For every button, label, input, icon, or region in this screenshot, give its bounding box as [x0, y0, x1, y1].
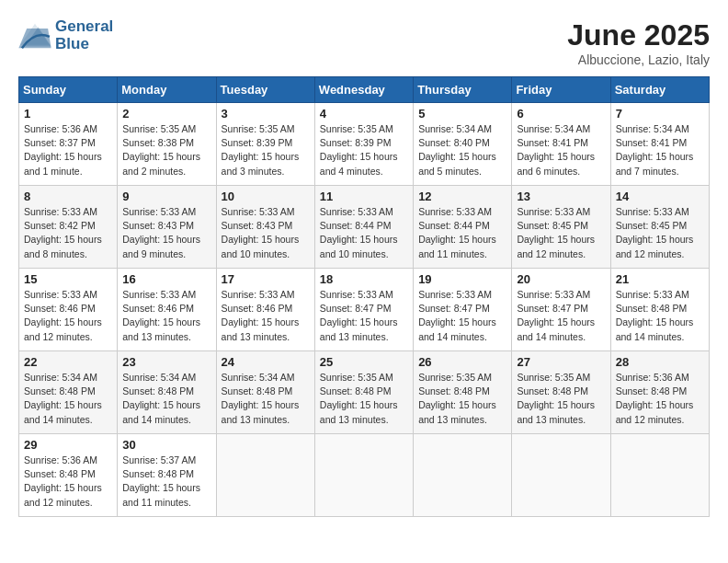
month-title: June 2025: [567, 18, 710, 52]
day-number: 1: [24, 107, 112, 121]
day-info: Sunrise: 5:33 AMSunset: 8:42 PMDaylight:…: [24, 205, 112, 261]
logo-text: General: [55, 18, 113, 36]
day-info: Sunrise: 5:34 AMSunset: 8:40 PMDaylight:…: [418, 122, 506, 178]
calendar-day-cell: 18 Sunrise: 5:33 AMSunset: 8:47 PMDaylig…: [314, 269, 413, 351]
day-number: 14: [616, 190, 704, 203]
day-number: 17: [222, 272, 310, 286]
day-info: Sunrise: 5:34 AMSunset: 8:48 PMDaylight:…: [222, 371, 310, 427]
day-info: Sunrise: 5:34 AMSunset: 8:41 PMDaylight:…: [616, 122, 704, 178]
calendar-week-row: 8 Sunrise: 5:33 AMSunset: 8:42 PMDayligh…: [19, 186, 710, 269]
day-info: Sunrise: 5:33 AMSunset: 8:47 PMDaylight:…: [320, 288, 408, 344]
day-number: 26: [418, 355, 506, 369]
calendar-day-cell: [610, 434, 709, 517]
day-number: 8: [24, 190, 112, 203]
day-info: Sunrise: 5:33 AMSunset: 8:44 PMDaylight:…: [320, 205, 408, 261]
calendar-day-cell: 6 Sunrise: 5:34 AMSunset: 8:41 PMDayligh…: [512, 103, 610, 186]
day-info: Sunrise: 5:33 AMSunset: 8:46 PMDaylight:…: [24, 288, 112, 344]
calendar-header-row: SundayMondayTuesdayWednesdayThursdayFrid…: [19, 77, 710, 103]
day-info: Sunrise: 5:33 AMSunset: 8:45 PMDaylight:…: [517, 205, 605, 261]
calendar-week-row: 29 Sunrise: 5:36 AMSunset: 8:48 PMDaylig…: [19, 434, 710, 517]
day-number: 20: [517, 272, 605, 286]
calendar-day-cell: 9 Sunrise: 5:33 AMSunset: 8:43 PMDayligh…: [118, 186, 216, 269]
day-info: Sunrise: 5:33 AMSunset: 8:47 PMDaylight:…: [517, 288, 605, 344]
calendar-day-cell: 12 Sunrise: 5:33 AMSunset: 8:44 PMDaylig…: [414, 186, 512, 269]
calendar-week-row: 22 Sunrise: 5:34 AMSunset: 8:48 PMDaylig…: [19, 351, 710, 434]
day-info: Sunrise: 5:33 AMSunset: 8:45 PMDaylight:…: [616, 205, 704, 261]
day-number: 9: [122, 190, 210, 203]
calendar-day-cell: 20 Sunrise: 5:33 AMSunset: 8:47 PMDaylig…: [512, 269, 610, 351]
calendar-day-cell: [216, 434, 314, 517]
logo: General Blue: [18, 18, 113, 52]
calendar-day-cell: 11 Sunrise: 5:33 AMSunset: 8:44 PMDaylig…: [314, 186, 413, 269]
calendar-day-cell: 13 Sunrise: 5:33 AMSunset: 8:45 PMDaylig…: [512, 186, 610, 269]
calendar-day-cell: [512, 434, 610, 517]
day-info: Sunrise: 5:35 AMSunset: 8:48 PMDaylight:…: [320, 371, 408, 427]
calendar-day-cell: 2 Sunrise: 5:35 AMSunset: 8:38 PMDayligh…: [118, 103, 216, 186]
calendar-day-cell: 15 Sunrise: 5:33 AMSunset: 8:46 PMDaylig…: [19, 269, 118, 351]
calendar-day-cell: 24 Sunrise: 5:34 AMSunset: 8:48 PMDaylig…: [216, 351, 314, 434]
day-info: Sunrise: 5:34 AMSunset: 8:48 PMDaylight:…: [122, 371, 210, 427]
day-info: Sunrise: 5:33 AMSunset: 8:43 PMDaylight:…: [222, 205, 310, 261]
day-number: 24: [222, 355, 310, 369]
day-number: 19: [418, 272, 506, 286]
calendar-day-cell: 10 Sunrise: 5:33 AMSunset: 8:43 PMDaylig…: [216, 186, 314, 269]
calendar-day-cell: 21 Sunrise: 5:33 AMSunset: 8:48 PMDaylig…: [610, 269, 709, 351]
day-number: 10: [222, 190, 310, 203]
day-info: Sunrise: 5:36 AMSunset: 8:48 PMDaylight:…: [24, 454, 112, 510]
day-number: 3: [222, 107, 310, 121]
location-label: Albuccione, Lazio, Italy: [567, 52, 710, 67]
day-number: 25: [320, 355, 408, 369]
day-number: 22: [24, 355, 112, 369]
day-info: Sunrise: 5:35 AMSunset: 8:38 PMDaylight:…: [122, 122, 210, 178]
day-number: 11: [320, 190, 408, 203]
day-number: 5: [418, 107, 506, 121]
title-block: June 2025 Albuccione, Lazio, Italy: [567, 18, 710, 67]
day-info: Sunrise: 5:34 AMSunset: 8:41 PMDaylight:…: [517, 122, 605, 178]
calendar-day-cell: [414, 434, 512, 517]
calendar-day-cell: 1 Sunrise: 5:36 AMSunset: 8:37 PMDayligh…: [19, 103, 118, 186]
calendar-day-cell: 30 Sunrise: 5:37 AMSunset: 8:48 PMDaylig…: [118, 434, 216, 517]
day-info: Sunrise: 5:33 AMSunset: 8:46 PMDaylight:…: [122, 288, 210, 344]
calendar-day-cell: 29 Sunrise: 5:36 AMSunset: 8:48 PMDaylig…: [19, 434, 118, 517]
calendar-day-cell: 14 Sunrise: 5:33 AMSunset: 8:45 PMDaylig…: [610, 186, 709, 269]
weekday-header: Tuesday: [216, 77, 314, 103]
day-number: 23: [122, 355, 210, 369]
calendar-day-cell: 17 Sunrise: 5:33 AMSunset: 8:46 PMDaylig…: [216, 269, 314, 351]
day-number: 13: [517, 190, 605, 203]
logo-subtext: Blue: [55, 36, 113, 53]
calendar-day-cell: 23 Sunrise: 5:34 AMSunset: 8:48 PMDaylig…: [118, 351, 216, 434]
day-info: Sunrise: 5:35 AMSunset: 8:48 PMDaylight:…: [517, 371, 605, 427]
weekday-header: Wednesday: [314, 77, 413, 103]
calendar-day-cell: 8 Sunrise: 5:33 AMSunset: 8:42 PMDayligh…: [19, 186, 118, 269]
day-info: Sunrise: 5:37 AMSunset: 8:48 PMDaylight:…: [122, 454, 210, 510]
day-info: Sunrise: 5:33 AMSunset: 8:43 PMDaylight:…: [122, 205, 210, 261]
weekday-header: Saturday: [610, 77, 709, 103]
calendar-day-cell: 28 Sunrise: 5:36 AMSunset: 8:48 PMDaylig…: [610, 351, 709, 434]
day-number: 6: [517, 107, 605, 121]
day-info: Sunrise: 5:35 AMSunset: 8:48 PMDaylight:…: [418, 371, 506, 427]
calendar-day-cell: 16 Sunrise: 5:33 AMSunset: 8:46 PMDaylig…: [118, 269, 216, 351]
day-number: 16: [122, 272, 210, 286]
logo-icon: [18, 22, 51, 50]
page-header: General Blue June 2025 Albuccione, Lazio…: [18, 18, 710, 67]
weekday-header: Friday: [512, 77, 610, 103]
day-info: Sunrise: 5:35 AMSunset: 8:39 PMDaylight:…: [222, 122, 310, 178]
calendar-day-cell: [314, 434, 413, 517]
calendar-day-cell: 19 Sunrise: 5:33 AMSunset: 8:47 PMDaylig…: [414, 269, 512, 351]
day-info: Sunrise: 5:35 AMSunset: 8:39 PMDaylight:…: [320, 122, 408, 178]
day-number: 12: [418, 190, 506, 203]
day-number: 4: [320, 107, 408, 121]
calendar-day-cell: 25 Sunrise: 5:35 AMSunset: 8:48 PMDaylig…: [314, 351, 413, 434]
day-number: 7: [616, 107, 704, 121]
day-number: 21: [616, 272, 704, 286]
weekday-header: Thursday: [414, 77, 512, 103]
weekday-header: Sunday: [19, 77, 118, 103]
calendar-table: SundayMondayTuesdayWednesdayThursdayFrid…: [18, 76, 710, 517]
day-info: Sunrise: 5:33 AMSunset: 8:48 PMDaylight:…: [616, 288, 704, 344]
calendar-body: 1 Sunrise: 5:36 AMSunset: 8:37 PMDayligh…: [19, 103, 710, 517]
day-info: Sunrise: 5:33 AMSunset: 8:47 PMDaylight:…: [418, 288, 506, 344]
calendar-day-cell: 22 Sunrise: 5:34 AMSunset: 8:48 PMDaylig…: [19, 351, 118, 434]
day-number: 2: [122, 107, 210, 121]
calendar-day-cell: 26 Sunrise: 5:35 AMSunset: 8:48 PMDaylig…: [414, 351, 512, 434]
calendar-day-cell: 7 Sunrise: 5:34 AMSunset: 8:41 PMDayligh…: [610, 103, 709, 186]
